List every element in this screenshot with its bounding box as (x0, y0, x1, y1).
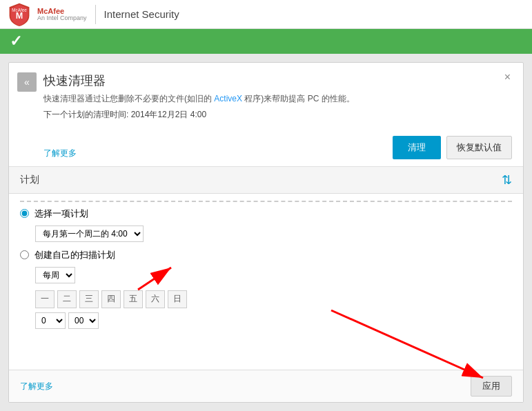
card-buttons: 清理 恢复默认值 (393, 136, 512, 159)
close-button[interactable]: × (500, 70, 515, 85)
day-sat-button[interactable]: 六 (146, 290, 165, 308)
day-buttons-row: 一 二 三 四 五 六 日 (35, 290, 512, 308)
check-icon: ✓ (10, 32, 22, 50)
header-title: Internet Security (104, 8, 179, 20)
option2-radio[interactable] (20, 250, 29, 259)
card-top: « × 快速清理器 快速清理器通过让您删除不必要的文件(如旧的 ActiveX … (9, 63, 523, 167)
svg-text:McAfee: McAfee (12, 7, 27, 12)
clean-button[interactable]: 清理 (393, 136, 441, 159)
svg-text:M: M (16, 11, 23, 21)
logo: M McAfee McAfee An Intel Company (7, 2, 87, 27)
card-description: 快速清理器通过让您删除不必要的文件(如旧的 ActiveX 程序)来帮助提高 P… (43, 93, 512, 105)
header-divider (95, 5, 96, 24)
option1-select[interactable]: 每月第一个周二的 4:00 每周一次 每天一次 (35, 225, 144, 242)
minute-select[interactable]: 00153045 (68, 312, 99, 329)
truncated-indicator (20, 201, 512, 202)
learn-more-link-bottom[interactable]: 了解更多 (20, 381, 53, 392)
learn-more-link-top[interactable]: 了解更多 (43, 148, 77, 159)
status-bar: ✓ (0, 29, 532, 54)
option2-row: 创建自己的扫描计划 (20, 249, 512, 261)
card-bottom: 计划 ⇅ 选择一项计划 每月第一个周二的 4:00 每周一 (9, 167, 523, 402)
card-schedule: 下一个计划的清理时间: 2014年12月2日 4:00 (43, 109, 512, 121)
plan-toggle-button[interactable]: ⇅ (502, 172, 512, 188)
day-tue-button[interactable]: 二 (57, 290, 77, 308)
day-sun-button[interactable]: 日 (168, 290, 187, 308)
option1-row: 选择一项计划 (20, 208, 512, 220)
option2-select[interactable]: 每周 每天 每月 (35, 267, 75, 283)
header: M McAfee McAfee An Intel Company Interne… (0, 0, 532, 29)
option1-dropdown-row: 每月第一个周二的 4:00 每周一次 每天一次 (35, 225, 512, 242)
time-row: 0123 4567 89101112 00153045 (35, 312, 512, 329)
plan-header: 计划 ⇅ (9, 167, 523, 194)
day-mon-button[interactable]: 一 (35, 290, 55, 308)
back-button[interactable]: « (17, 72, 37, 92)
day-wed-button[interactable]: 三 (79, 290, 99, 308)
option2-label: 创建自己的扫描计划 (35, 249, 115, 261)
day-fri-button[interactable]: 五 (124, 290, 143, 308)
option2-dropdown-row: 每周 每天 每月 (35, 267, 512, 283)
plan-title: 计划 (20, 174, 39, 186)
card-footer: 了解更多 应用 (9, 370, 523, 402)
plan-content: 选择一项计划 每月第一个周二的 4:00 每周一次 每天一次 创建自己的扫描计划 (9, 194, 523, 370)
option1-radio[interactable] (20, 209, 29, 218)
card-title: 快速清理器 (43, 72, 512, 89)
main-area: « × 快速清理器 快速清理器通过让您删除不必要的文件(如旧的 ActiveX … (0, 54, 532, 411)
hour-select[interactable]: 0123 4567 89101112 (35, 312, 66, 329)
mcafee-logo-icon: M McAfee (7, 2, 32, 27)
option1-label: 选择一项计划 (35, 208, 88, 220)
day-thu-button[interactable]: 四 (101, 290, 121, 308)
apply-button[interactable]: 应用 (471, 376, 512, 397)
card: « × 快速清理器 快速清理器通过让您删除不必要的文件(如旧的 ActiveX … (8, 62, 524, 403)
restore-defaults-button[interactable]: 恢复默认值 (446, 136, 512, 159)
